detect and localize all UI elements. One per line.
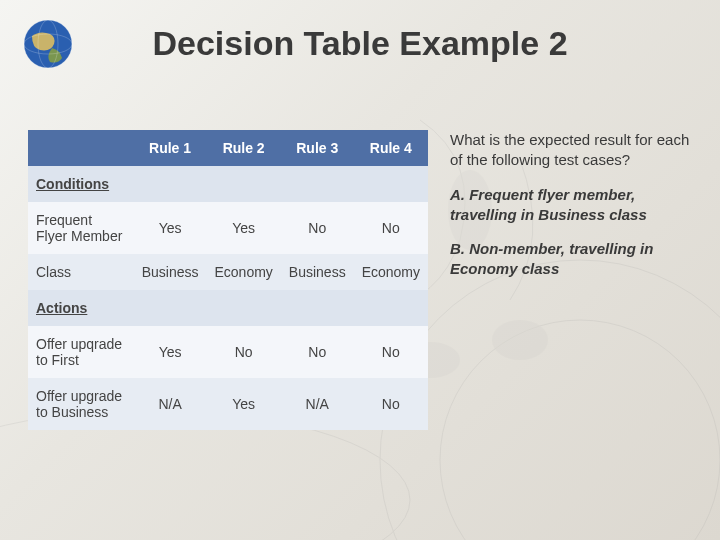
act2-r4: No [354, 378, 428, 430]
cond2-r2: Economy [206, 254, 280, 290]
question-panel: What is the expected result for each of … [450, 130, 700, 430]
table-row: Class Business Economy Business Economy [28, 254, 428, 290]
actions-label: Actions [28, 290, 428, 326]
cond1-r2: Yes [206, 202, 280, 254]
cond1-r4: No [354, 202, 428, 254]
content-area: Rule 1 Rule 2 Rule 3 Rule 4 Conditions F… [28, 130, 700, 430]
header-rule4: Rule 4 [354, 130, 428, 166]
act2-r2: Yes [206, 378, 280, 430]
act2-r1: N/A [134, 378, 207, 430]
cond1-r1: Yes [134, 202, 207, 254]
act1-label: Offer upqrade to First [28, 326, 134, 378]
act1-r3: No [281, 326, 354, 378]
act2-label: Offer upgrade to Business [28, 378, 134, 430]
table-row: Frequent Flyer Member Yes Yes No No [28, 202, 428, 254]
table-row: Offer upqrade to First Yes No No No [28, 326, 428, 378]
case-b: B. Non-member, travelling in Economy cla… [450, 239, 700, 280]
header-rule1: Rule 1 [134, 130, 207, 166]
cond1-r3: No [281, 202, 354, 254]
actions-section: Actions [28, 290, 428, 326]
cond2-r3: Business [281, 254, 354, 290]
header-blank [28, 130, 134, 166]
decision-table: Rule 1 Rule 2 Rule 3 Rule 4 Conditions F… [28, 130, 428, 430]
cond2-r1: Business [134, 254, 207, 290]
header-row: Rule 1 Rule 2 Rule 3 Rule 4 [28, 130, 428, 166]
act1-r2: No [206, 326, 280, 378]
cond2-label: Class [28, 254, 134, 290]
act2-r3: N/A [281, 378, 354, 430]
header-rule2: Rule 2 [206, 130, 280, 166]
conditions-section: Conditions [28, 166, 428, 202]
act1-r1: Yes [134, 326, 207, 378]
cond2-r4: Economy [354, 254, 428, 290]
case-a: A. Frequent flyer member, travelling in … [450, 185, 700, 226]
cond1-label: Frequent Flyer Member [28, 202, 134, 254]
page-title: Decision Table Example 2 [0, 24, 720, 63]
header-rule3: Rule 3 [281, 130, 354, 166]
conditions-label: Conditions [28, 166, 428, 202]
question-intro: What is the expected result for each of … [450, 130, 700, 171]
table-row: Offer upgrade to Business N/A Yes N/A No [28, 378, 428, 430]
act1-r4: No [354, 326, 428, 378]
